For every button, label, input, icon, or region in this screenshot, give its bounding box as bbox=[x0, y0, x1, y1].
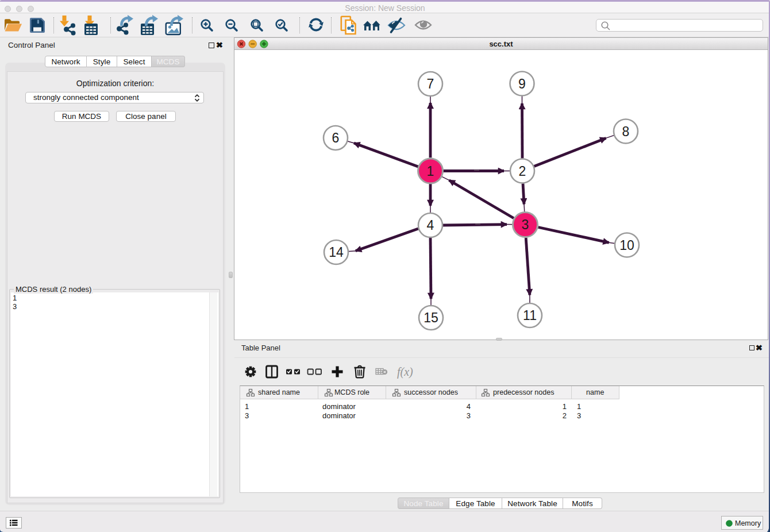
svg-text:6: 6 bbox=[332, 130, 340, 145]
svg-text:9: 9 bbox=[518, 76, 526, 91]
svg-text:8: 8 bbox=[622, 124, 630, 139]
svg-text:4: 4 bbox=[427, 218, 434, 233]
svg-text:2: 2 bbox=[519, 164, 526, 179]
svg-text:10: 10 bbox=[619, 238, 634, 253]
svg-text:15: 15 bbox=[424, 310, 438, 325]
svg-text:14: 14 bbox=[329, 245, 344, 260]
svg-text:1: 1 bbox=[427, 164, 434, 179]
svg-text:f(x): f(x) bbox=[397, 365, 413, 379]
svg-text:3: 3 bbox=[522, 217, 529, 232]
svg-text:7: 7 bbox=[427, 76, 434, 91]
svg-text:11: 11 bbox=[523, 308, 537, 323]
